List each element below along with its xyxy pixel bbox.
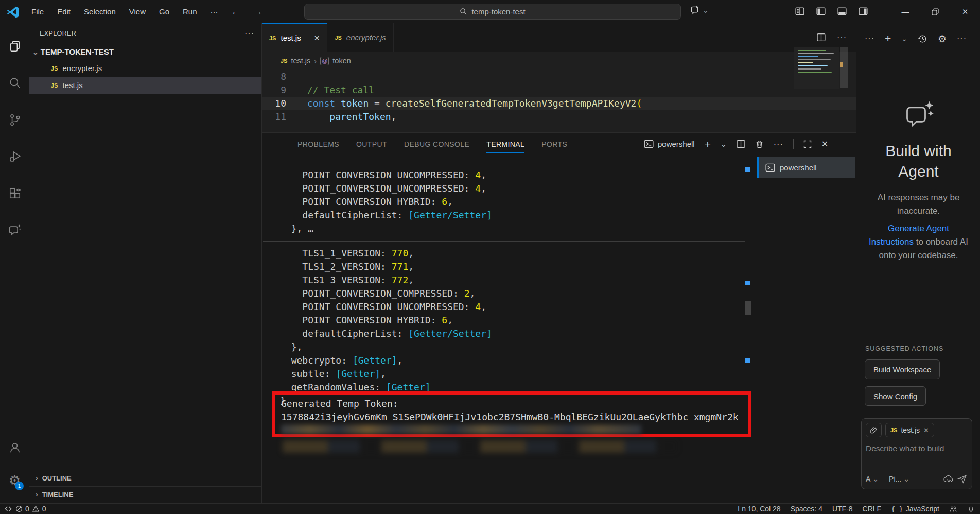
back-arrow-icon[interactable]: ←: [225, 6, 247, 18]
code-text: [297, 70, 307, 83]
explorer-icon[interactable]: [0, 34, 29, 59]
chat-mode-picker[interactable]: A⌄: [866, 475, 879, 483]
breadcrumb-file[interactable]: test.js: [291, 57, 310, 65]
editor-scrollbar[interactable]: [840, 47, 848, 88]
menu-file[interactable]: File: [25, 5, 50, 19]
chat-view-icon[interactable]: [0, 218, 29, 243]
status-text: CRLF: [863, 505, 882, 513]
chat-overflow-icon[interactable]: ···: [957, 34, 967, 43]
generated-token-value: 1578842i3jeyhGv6mKm_S1SePDWk0HFIjJv1obc2…: [281, 410, 748, 424]
panel-tab-debug-console[interactable]: DEBUG CONSOLE: [404, 133, 469, 155]
new-chat-icon[interactable]: +: [885, 32, 891, 45]
status-utf-8[interactable]: UTF-8: [832, 505, 853, 513]
source-control-icon[interactable]: [0, 108, 29, 132]
restore-button[interactable]: [920, 0, 950, 23]
maximize-panel-icon[interactable]: [803, 140, 812, 148]
extensions-icon[interactable]: [0, 181, 29, 205]
build-workspace-button[interactable]: Build Workspace: [865, 359, 940, 379]
code-line-11[interactable]: 11 parentToken,: [262, 110, 856, 124]
remove-context-icon[interactable]: ✕: [923, 426, 929, 434]
chat-input-box[interactable]: JS test.js ✕ Describe what to build A⌄ P…: [861, 418, 972, 489]
breadcrumb[interactable]: JS test.js › @ token: [262, 52, 856, 70]
outline-section[interactable]: › OUTLINE: [29, 470, 262, 486]
toggle-primary-sidebar-icon[interactable]: [816, 7, 826, 16]
panel-tab-problems[interactable]: PROBLEMS: [297, 133, 339, 155]
live-share-people-icon[interactable]: [949, 505, 957, 513]
forward-arrow-icon[interactable]: →: [247, 6, 269, 18]
minimap[interactable]: [794, 47, 839, 89]
file-row-test.js[interactable]: JStest.js: [29, 77, 261, 94]
code-line-10[interactable]: 10const token = createSelfGeneratedTempT…: [262, 97, 856, 110]
close-window-button[interactable]: ✕: [950, 0, 980, 23]
breadcrumb-symbol[interactable]: token: [332, 57, 351, 65]
settings-gear-icon[interactable]: ⚙ 1: [0, 468, 29, 493]
attach-context-button[interactable]: [866, 423, 882, 437]
code-line-9[interactable]: 9// Test call: [262, 83, 856, 97]
status-bar: 0 0 Ln 10, Col 28Spaces: 4UTF-8CRLF{ }Ja…: [0, 503, 980, 514]
problems-status[interactable]: 0 0: [15, 505, 46, 513]
js-file-icon: JS: [269, 35, 276, 41]
accounts-icon[interactable]: [0, 435, 29, 460]
terminal-list-item[interactable]: powershell: [757, 157, 855, 178]
menu-go[interactable]: Go: [152, 5, 176, 19]
explorer-more-actions[interactable]: ···: [244, 29, 254, 38]
close-tab-icon[interactable]: ✕: [314, 34, 320, 42]
tab-encrypter.js[interactable]: JSencrypter.js: [327, 23, 393, 52]
customize-layout-icon[interactable]: [795, 7, 804, 16]
menu-view[interactable]: View: [122, 5, 152, 19]
menu-edit[interactable]: Edit: [50, 5, 77, 19]
new-terminal-icon[interactable]: +: [705, 138, 711, 150]
toggle-secondary-sidebar-icon[interactable]: [859, 7, 868, 16]
code-editor[interactable]: 89// Test call10const token = createSelf…: [262, 70, 856, 132]
status-crlf[interactable]: CRLF: [863, 505, 882, 513]
file-row-encrypter.js[interactable]: JSencrypter.js: [29, 60, 261, 77]
chat-input-placeholder[interactable]: Describe what to build: [866, 444, 968, 453]
status-javascript[interactable]: { }JavaScript: [891, 505, 939, 513]
remote-indicator-icon[interactable]: [4, 505, 12, 512]
timeline-section[interactable]: › TIMELINE: [29, 486, 262, 502]
chat-more-icon[interactable]: ···: [865, 34, 874, 43]
show-config-button[interactable]: Show Config: [865, 386, 926, 406]
menu-run[interactable]: Run: [176, 5, 204, 19]
panel-tab-terminal[interactable]: TERMINAL: [486, 133, 524, 155]
send-icon[interactable]: [957, 473, 968, 484]
search-view-icon[interactable]: [0, 71, 29, 95]
code-line-8[interactable]: 8: [262, 70, 856, 83]
terminal-scrollbar[interactable]: [745, 301, 751, 315]
scrollbar-marker: [840, 62, 843, 67]
split-editor-icon[interactable]: [817, 33, 826, 42]
status-spaces-4[interactable]: Spaces: 4: [791, 505, 822, 513]
cloud-sync-icon[interactable]: [943, 473, 954, 484]
panel-tab-output[interactable]: OUTPUT: [356, 133, 387, 155]
chat-settings-gear-icon[interactable]: ⚙: [938, 33, 947, 45]
terminal-line: POINT_CONVERSION_HYBRID: 6,: [280, 195, 746, 209]
command-center-search[interactable]: temp-token-test: [304, 4, 681, 20]
workspace-folder-row[interactable]: ⌄ TEMP-TOKEN-TEST: [29, 44, 261, 60]
minimize-button[interactable]: —: [890, 0, 920, 23]
run-debug-icon[interactable]: [0, 144, 29, 169]
menu-more[interactable]: ···: [204, 5, 225, 19]
settings-badge: 1: [15, 482, 24, 490]
kill-terminal-trash-icon[interactable]: [755, 140, 764, 148]
file-name: test.js: [62, 81, 82, 90]
close-panel-icon[interactable]: ✕: [821, 139, 828, 149]
context-chip-testjs[interactable]: JS test.js ✕: [885, 423, 934, 437]
copilot-titlebar-button[interactable]: ⌄: [690, 5, 709, 15]
split-terminal-icon[interactable]: [737, 140, 745, 148]
notifications-bell-icon[interactable]: [967, 505, 975, 513]
toggle-panel-icon[interactable]: [837, 7, 847, 16]
terminal-shell-label[interactable]: powershell: [644, 139, 695, 149]
status-ln-10-col-28[interactable]: Ln 10, Col 28: [738, 505, 780, 513]
terminal-output[interactable]: POINT_CONVERSION_UNCOMPRESSED: 4, POINT_…: [263, 168, 746, 407]
tab-label: encrypter.js: [346, 33, 386, 42]
chevron-down-icon[interactable]: ⌄: [901, 35, 907, 43]
model-picker[interactable]: Pi...⌄: [889, 475, 909, 483]
menu-selection[interactable]: Selection: [77, 5, 122, 19]
terminal-dropdown-icon[interactable]: ⌄: [721, 140, 727, 148]
editor-more-actions-icon[interactable]: ···: [837, 33, 847, 42]
tab-test.js[interactable]: JStest.js✕: [262, 23, 327, 52]
panel-more-actions-icon[interactable]: ···: [774, 140, 783, 149]
chat-history-icon[interactable]: [918, 34, 927, 44]
terminal-line: }, …: [280, 222, 746, 235]
panel-tab-ports[interactable]: PORTS: [541, 133, 567, 155]
